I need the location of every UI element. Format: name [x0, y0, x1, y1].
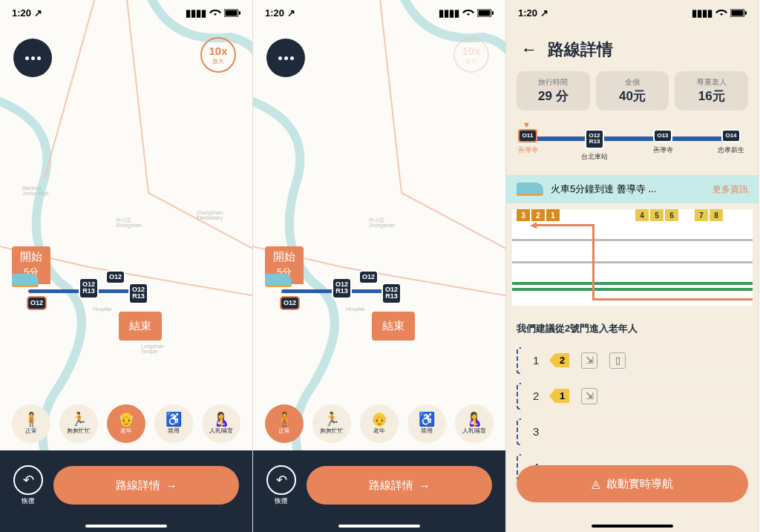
mode-elder[interactable]: 👴老年: [107, 404, 145, 443]
screen-map-elder: WanhuaJunior High 中山堂Zhongshan Zhongshan…: [0, 0, 253, 532]
svg-rect-2: [239, 11, 240, 15]
menu-button[interactable]: [13, 39, 52, 77]
home-indicator: [592, 525, 673, 528]
station-badge[interactable]: O12: [105, 270, 125, 284]
station-badge[interactable]: O12R13: [79, 278, 99, 299]
end-marker[interactable]: 結束: [372, 312, 415, 341]
station-diagram[interactable]: 3 2 1 4 5 6 7 8 ◀: [512, 209, 753, 306]
route-line: [524, 137, 741, 141]
mode-nursing[interactable]: 🤱人乳哺育: [202, 404, 240, 443]
route-strip[interactable]: ▼ O11 善導寺 O12R13 台北車站 O13 善導寺 O14 忠孝新生: [517, 125, 748, 169]
menu-button[interactable]: [266, 39, 305, 77]
undo-icon: ↶: [266, 465, 296, 495]
mode-hurry[interactable]: 🏃匆匆忙忙: [59, 404, 98, 443]
home-indicator: [85, 525, 167, 528]
platform-number: 5: [650, 209, 664, 221]
platform-number: 7: [695, 209, 708, 221]
station-badge[interactable]: O12: [358, 270, 379, 284]
back-button[interactable]: ←: [521, 40, 537, 59]
stat-full-fare: 全價 40元: [596, 71, 669, 111]
car-segment-icon: [517, 383, 521, 410]
mode-normal[interactable]: 🧍正常: [265, 404, 304, 443]
svg-rect-7: [732, 10, 744, 16]
door-badge: 2: [555, 353, 569, 367]
mode-selector: 🧍正常 🏃匆匆忙忙 👴老年 ♿禁用 🤱人乳哺育: [0, 404, 252, 443]
svg-rect-8: [745, 11, 747, 15]
door-advice: 我們建議從2號門進入老年人: [517, 322, 638, 335]
arrow-right-icon: →: [419, 479, 430, 492]
car-row[interactable]: 3: [517, 414, 748, 450]
zoom-indicator[interactable]: 10x 放大: [200, 37, 236, 73]
mode-hurry[interactable]: 🏃匆匆忙忙: [312, 404, 351, 443]
mode-elder[interactable]: 👴老年: [360, 404, 399, 443]
status-time: 1:20: [518, 7, 537, 19]
stats-row: 旅行時間 29 分 全價 40元 尊重老人 16元: [517, 71, 748, 111]
page-title: 路線詳情: [548, 39, 613, 61]
location-icon: ↗: [287, 7, 295, 19]
mode-disabled[interactable]: ♿禁用: [154, 404, 193, 443]
mode-disabled[interactable]: ♿禁用: [407, 404, 446, 443]
route-details-button[interactable]: 路線詳情 →: [53, 466, 239, 505]
stat-elder-fare: 尊重老人 16元: [675, 71, 748, 111]
platform-number: 4: [635, 209, 649, 221]
train-icon: [265, 274, 292, 287]
undo-button[interactable]: ↶ 恢復: [266, 465, 296, 506]
status-time: 1:20: [12, 7, 31, 19]
mode-nursing[interactable]: 🤱人乳哺育: [455, 404, 494, 443]
arrival-text: 火車5分鐘到達 善導寺 ...: [551, 183, 656, 196]
car-row[interactable]: 1 2 ⇲ ▯: [517, 343, 748, 378]
undo-icon: ↶: [13, 465, 43, 495]
arrow-right-icon: →: [166, 479, 177, 492]
nav-icon: ◬: [592, 477, 600, 490]
svg-rect-5: [492, 11, 494, 15]
location-icon: ↗: [34, 7, 42, 19]
train-icon: [517, 183, 543, 196]
status-bar: 1:20 ↗ ▮▮▮▮: [0, 0, 252, 21]
header: ← 路線詳情: [506, 30, 759, 70]
stat-travel-time: 旅行時間 29 分: [517, 71, 590, 111]
bottom-bar: ↶ 恢復 路線詳情 →: [0, 450, 252, 532]
route-details-button[interactable]: 路線詳情 →: [307, 466, 492, 505]
car-row[interactable]: 2 1 ⇲: [517, 378, 748, 414]
status-icons: ▮▮▮▮: [186, 7, 240, 19]
car-segment-icon: [517, 347, 521, 374]
elevator-icon: ▯: [609, 352, 626, 369]
platform-number: 8: [710, 209, 723, 221]
car-list: 1 2 ⇲ ▯ 2 1 ⇲ 3 4: [517, 343, 748, 485]
platform-number: 3: [517, 209, 530, 221]
bottom-bar: ↶ 恢復 路線詳情 →: [253, 450, 505, 532]
car-segment-icon: [517, 418, 521, 445]
svg-rect-1: [226, 10, 238, 16]
status-icons: ▮▮▮▮: [439, 7, 494, 19]
route-stop[interactable]: O13 善導寺: [653, 129, 672, 155]
undo-button[interactable]: ↶ 恢復: [13, 465, 43, 506]
mode-normal[interactable]: 🧍正常: [12, 404, 50, 443]
door-badge: 1: [555, 389, 569, 403]
escalator-icon: ⇲: [581, 388, 597, 404]
screen-map-normal: 中山堂Zhongshan Hospital 1:20 ↗ ▮▮▮▮ 10x 放大…: [253, 0, 506, 532]
status-icons: ▮▮▮▮: [692, 7, 747, 19]
route-stop[interactable]: O14 忠孝新生: [721, 129, 741, 155]
station-badge[interactable]: O12R13: [381, 283, 402, 304]
more-info-link[interactable]: 更多資訊: [712, 183, 748, 196]
train-icon: [12, 274, 39, 287]
escalator-icon: ⇲: [581, 352, 597, 369]
origin-arrow-icon: ▼: [522, 120, 531, 129]
route-stop[interactable]: O12R13 台北車站: [585, 129, 604, 162]
arrival-banner[interactable]: 火車5分鐘到達 善導寺 ... 更多資訊: [506, 175, 759, 203]
route-stop[interactable]: O11 善導寺: [518, 129, 537, 155]
station-origin-badge[interactable]: O12: [27, 296, 47, 310]
zoom-indicator[interactable]: 10x 放大: [453, 37, 489, 73]
svg-rect-4: [479, 10, 491, 16]
screen-route-details: 1:20 ↗ ▮▮▮▮ ← 路線詳情 旅行時間 29 分 全價 40元 尊重老人…: [506, 0, 759, 532]
station-badge[interactable]: O12R13: [128, 283, 148, 304]
station-origin-badge[interactable]: O12: [280, 296, 300, 310]
platform-number: 1: [546, 209, 560, 221]
mode-selector: 🧍正常 🏃匆匆忙忙 👴老年 ♿禁用 🤱人乳哺育: [253, 404, 505, 443]
location-icon: ↗: [540, 7, 548, 19]
start-navigation-button[interactable]: ◬ 啟動實時導航: [517, 465, 748, 502]
status-time: 1:20: [265, 7, 284, 19]
station-badge[interactable]: O12R13: [332, 278, 352, 299]
home-indicator: [338, 525, 420, 528]
end-marker[interactable]: 結束: [119, 312, 162, 341]
